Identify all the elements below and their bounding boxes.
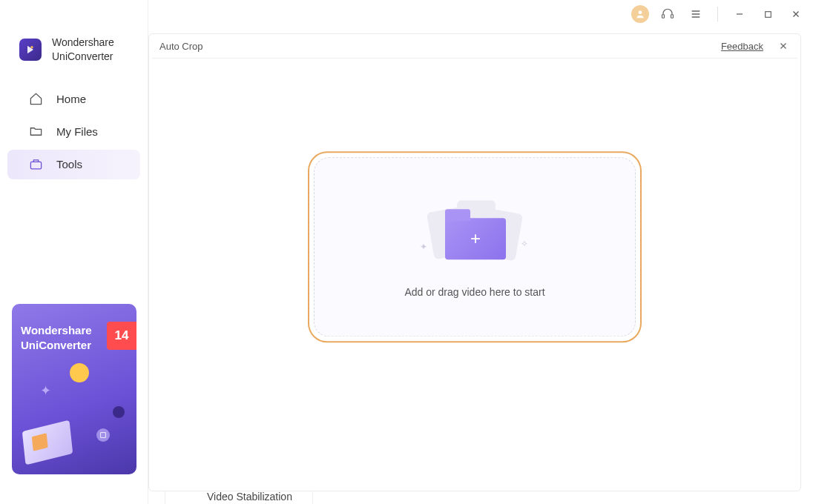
sidebar-item-home[interactable]: Home: [7, 84, 140, 114]
sidebar-item-tools[interactable]: Tools: [7, 150, 140, 179]
svg-point-3: [639, 10, 642, 14]
promo-card[interactable]: Wondershare UniConverter 14 ✦: [12, 304, 136, 474]
brand: Wondershare UniConverter: [0, 0, 148, 64]
drop-area-inner: + ✦ ✧ Add or drag video here to start: [314, 157, 636, 336]
sidebar-item-label: My Files: [56, 125, 98, 138]
promo-decor-icon: [96, 428, 110, 442]
drop-instruction-text: Add or drag video here to start: [404, 286, 544, 298]
panel-close-button[interactable]: [777, 39, 790, 53]
hidden-tool-row[interactable]: Video Stabilization: [165, 491, 313, 504]
sidebar-nav: Home My Files Tools: [0, 84, 148, 179]
panel-header: Auto Crop Feedback: [149, 34, 800, 58]
window-maximize-button[interactable]: [758, 4, 777, 24]
drop-area[interactable]: + ✦ ✧ Add or drag video here to start: [308, 151, 642, 342]
app-logo-icon: [19, 39, 42, 61]
folder-add-icon: +: [445, 218, 506, 259]
window-minimize-button[interactable]: [730, 4, 749, 24]
svg-rect-2: [101, 433, 106, 438]
sidebar-item-label: Home: [56, 93, 86, 105]
promo-star-icon: ✦: [40, 382, 51, 399]
svg-rect-4: [662, 15, 665, 19]
tool-panel: Auto Crop Feedback + ✦ ✧: [148, 33, 801, 491]
promo-title: Wondershare UniConverter: [21, 323, 92, 352]
sidebar-item-myfiles[interactable]: My Files: [7, 117, 140, 147]
promo-title-line1: Wondershare: [21, 323, 92, 338]
window-close-button[interactable]: [786, 4, 806, 24]
drop-illustration: + ✦ ✧: [423, 196, 527, 262]
titlebar: [148, 0, 813, 28]
sparkle-icon: ✧: [521, 239, 528, 249]
tool-label: Video Stabilization: [207, 491, 292, 503]
brand-text: Wondershare UniConverter: [52, 36, 114, 64]
user-avatar-icon[interactable]: [631, 5, 649, 23]
home-icon: [28, 92, 43, 107]
promo-decor-icon: [70, 363, 89, 382]
feedback-link[interactable]: Feedback: [721, 41, 763, 52]
menu-hamburger-icon[interactable]: [686, 4, 705, 24]
sidebar-item-label: Tools: [56, 158, 82, 170]
support-headset-icon[interactable]: [658, 4, 677, 24]
panel-title: Auto Crop: [159, 41, 203, 52]
svg-rect-6: [765, 11, 771, 17]
drop-area-wrap: + ✦ ✧ Add or drag video here to start: [308, 151, 642, 342]
brand-line2: UniConverter: [52, 50, 114, 64]
svg-point-0: [30, 46, 33, 48]
promo-decor-icon: [22, 420, 73, 465]
titlebar-divider: [717, 7, 718, 21]
promo-version-badge: 14: [107, 322, 136, 350]
promo-decor-icon: [113, 406, 125, 418]
panel-divider: [152, 58, 797, 59]
folder-icon: [28, 125, 43, 139]
sidebar: Wondershare UniConverter Home My Files T…: [0, 0, 148, 504]
brand-line1: Wondershare: [52, 36, 114, 50]
promo-title-line2: UniConverter: [21, 338, 92, 353]
toolbox-icon: [28, 157, 43, 172]
svg-rect-5: [671, 15, 674, 19]
svg-rect-1: [30, 162, 41, 170]
sparkle-icon: ✦: [420, 242, 427, 252]
